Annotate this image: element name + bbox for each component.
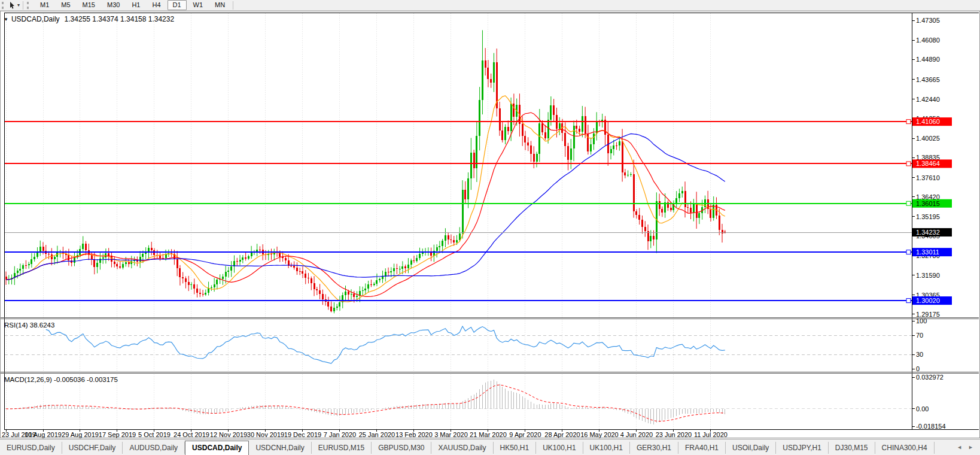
toolbar: ▾ M1M5M15M30H1H4D1W1MN (0, 0, 980, 11)
chart-canvas[interactable]: 1.473051.460801.448901.436651.424401.412… (0, 11, 980, 439)
candle-down (159, 256, 161, 259)
candle-up (373, 284, 375, 284)
chart-tab-audusd-daily[interactable]: AUDUSD,Daily (123, 442, 185, 454)
dropdown-arrow-icon[interactable]: ▾ (17, 1, 20, 10)
candle-up (582, 116, 583, 132)
candle-up (31, 259, 32, 264)
candle-down (527, 142, 529, 145)
timeframe-button-m5[interactable]: M5 (56, 0, 75, 10)
candle-up (693, 203, 695, 213)
chart-symbol-period: USDCAD,Daily (11, 15, 60, 23)
chart-tab-usdchf-daily[interactable]: USDCHF,Daily (62, 442, 123, 454)
chart-window[interactable]: 1.473051.460801.448901.436651.424401.412… (0, 11, 980, 439)
chart-tab-eurusd-daily[interactable]: EURUSD,Daily (0, 442, 62, 454)
cursor-tool-icon[interactable] (9, 1, 17, 10)
level-line-handle[interactable] (906, 120, 911, 124)
candle-up (36, 253, 38, 257)
candle-down (690, 208, 692, 213)
chart-tab-usdjpy-h1[interactable]: USDJPY,H1 (776, 442, 828, 454)
candle-down (499, 108, 501, 131)
chart-tab-china300-h4[interactable]: CHINA300,H4 (875, 442, 935, 454)
candle-up (419, 254, 421, 258)
level-price-label: 1.33011 (916, 248, 939, 256)
chart-tab-fra40-h1[interactable]: FRA40,H1 (678, 442, 726, 454)
rsi-tick-label: 100 (916, 317, 927, 324)
candle-up (390, 271, 392, 272)
chart-tab-ger30-h1[interactable]: GER30,H1 (630, 442, 678, 454)
time-axis-label: 17 Sep 2019 (99, 431, 136, 438)
candle-up (401, 266, 403, 269)
candle-up (230, 266, 232, 271)
candle-up (205, 293, 206, 295)
chart-tab-hk50-h1[interactable]: HK50,H1 (494, 442, 537, 454)
level-line-handle[interactable] (906, 162, 911, 166)
timeframe-button-d1[interactable]: D1 (168, 0, 187, 10)
candle-down (108, 253, 109, 256)
candle-down (544, 132, 546, 138)
candle-up (590, 144, 592, 151)
candle-up (462, 190, 464, 233)
candle-up (410, 260, 412, 265)
timeframe-button-m30[interactable]: M30 (102, 0, 125, 10)
time-axis-label: 7 Jan 2020 (324, 431, 356, 438)
chart-tab-usoil-daily[interactable]: USOil,Daily (726, 442, 776, 454)
chart-tab-usdcad-daily[interactable]: USDCAD,Daily (185, 441, 249, 455)
macd-tick-label: 0.00 (916, 405, 929, 412)
candle-down (176, 259, 178, 268)
candle-down (624, 172, 626, 175)
toolbar-grip[interactable] (27, 2, 32, 9)
candle-up (610, 149, 612, 153)
timeframe-button-w1[interactable]: W1 (188, 0, 209, 10)
toolbar-grip[interactable] (2, 2, 7, 9)
candle-up (627, 175, 629, 175)
candle-up (493, 62, 495, 83)
timeframe-button-mn[interactable]: MN (209, 0, 230, 10)
candle-up (251, 252, 252, 256)
price-tick-label: 1.37610 (916, 174, 940, 181)
timeframe-button-m1[interactable]: M1 (35, 0, 54, 10)
time-axis-label: 19 Dec 2019 (284, 431, 321, 438)
macd-tick-label: 0.032972 (916, 374, 944, 381)
candle-down (641, 220, 643, 227)
candle-up (681, 191, 683, 193)
candle-up (227, 271, 229, 272)
candle-up (248, 256, 249, 259)
candle-down (179, 268, 181, 277)
timeframe-button-h1[interactable]: H1 (126, 0, 145, 10)
candle-up (379, 279, 381, 280)
candle-up (99, 259, 101, 263)
candle-down (245, 257, 246, 259)
chart-tab-uk100-h1[interactable]: UK100,H1 (583, 442, 630, 454)
candle-up (364, 289, 366, 290)
candle-down (413, 260, 415, 261)
candle-up (442, 241, 443, 246)
chart-tab-uk100-h1[interactable]: UK100,H1 (536, 442, 583, 454)
time-axis-label: 4 Jun 2020 (620, 431, 653, 438)
chart-tab-dj30-m15[interactable]: DJ30,M15 (829, 442, 875, 454)
candle-up (570, 148, 572, 160)
candle-up (82, 244, 84, 250)
candle-down (185, 278, 187, 282)
level-line-handle[interactable] (906, 299, 911, 303)
candle-down (485, 60, 486, 68)
chart-tab-eurusd-m15[interactable]: EURUSD,M15 (312, 442, 372, 454)
candle-up (356, 296, 358, 297)
candle-up (456, 240, 458, 242)
candle-up (445, 235, 446, 241)
level-price-label: 1.41060 (916, 118, 940, 125)
candle-up (416, 258, 418, 261)
candle-down (404, 266, 406, 268)
candle-up (225, 272, 227, 277)
chart-tab-gbpusd-m30[interactable]: GBPUSD,M30 (372, 442, 431, 454)
symbol-dropdown-icon[interactable]: ▼ (4, 17, 8, 22)
timeframe-button-h4[interactable]: H4 (147, 0, 166, 10)
candle-up (399, 269, 401, 269)
level-line-handle[interactable] (906, 250, 911, 254)
chart-tab-xauusd-daily[interactable]: XAUUSD,Daily (431, 442, 493, 454)
level-line-handle[interactable] (906, 201, 911, 205)
timeframe-button-m15[interactable]: M15 (77, 0, 101, 10)
tab-scroll-right-icon[interactable]: ► (965, 444, 976, 450)
candle-down (322, 294, 324, 299)
tab-scroll-left-icon[interactable]: ◄ (954, 444, 965, 450)
chart-tab-usdcnh-daily[interactable]: USDCNH,Daily (249, 442, 311, 454)
